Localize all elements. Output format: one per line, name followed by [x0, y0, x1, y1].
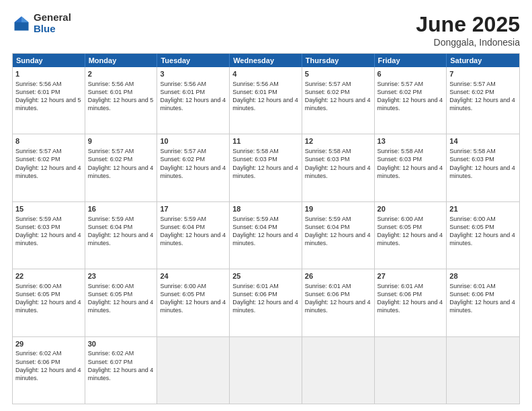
- daylight-text: Daylight: 12 hours and 4 minutes.: [305, 232, 371, 246]
- header-monday: Monday: [85, 54, 158, 67]
- table-row: [375, 337, 447, 404]
- sunset-text: Sunset: 6:03 PM: [305, 156, 350, 163]
- sunrise-text: Sunrise: 5:58 AM: [378, 148, 424, 154]
- day-number: 25: [232, 271, 299, 281]
- day-number: 19: [305, 204, 371, 214]
- table-row: 21Sunrise: 6:00 AMSunset: 6:05 PMDayligh…: [447, 202, 519, 269]
- header: General Blue June 2025 Donggala, Indones…: [12, 12, 520, 48]
- day-number: 1: [15, 69, 82, 79]
- daylight-text: Daylight: 12 hours and 4 minutes.: [88, 367, 154, 381]
- day-number: 3: [160, 69, 226, 79]
- day-number: 6: [378, 69, 444, 79]
- calendar-row-2: 8Sunrise: 5:57 AMSunset: 6:02 PMDaylight…: [13, 134, 519, 201]
- sunrise-text: Sunrise: 6:00 AM: [15, 283, 62, 289]
- daylight-text: Daylight: 12 hours and 4 minutes.: [15, 232, 81, 246]
- header-wednesday: Wednesday: [230, 54, 302, 67]
- sunset-text: Sunset: 6:01 PM: [160, 89, 205, 95]
- day-number: 11: [232, 136, 299, 146]
- table-row: [447, 337, 519, 404]
- sunrise-text: Sunrise: 5:58 AM: [305, 148, 351, 154]
- sunrise-text: Sunrise: 6:00 AM: [88, 283, 134, 289]
- svg-marker-2: [15, 16, 22, 22]
- daylight-text: Daylight: 12 hours and 4 minutes.: [160, 232, 226, 246]
- sunrise-text: Sunrise: 5:57 AM: [88, 148, 134, 154]
- table-row: 4Sunrise: 5:56 AMSunset: 6:01 PMDaylight…: [230, 67, 302, 134]
- day-number: 21: [449, 204, 517, 214]
- sunrise-text: Sunrise: 5:57 AM: [15, 148, 62, 154]
- calendar: Sunday Monday Tuesday Wednesday Thursday…: [12, 53, 520, 404]
- daylight-text: Daylight: 12 hours and 4 minutes.: [232, 97, 298, 111]
- day-number: 7: [449, 69, 517, 79]
- sunrise-text: Sunrise: 6:01 AM: [305, 283, 351, 289]
- day-number: 14: [449, 136, 517, 146]
- sunrise-text: Sunrise: 5:59 AM: [305, 216, 351, 222]
- sunset-text: Sunset: 6:05 PM: [449, 224, 494, 230]
- calendar-body: 1Sunrise: 5:56 AMSunset: 6:01 PMDaylight…: [13, 67, 519, 404]
- table-row: 23Sunrise: 6:00 AMSunset: 6:05 PMDayligh…: [85, 269, 158, 336]
- table-row: [157, 337, 230, 404]
- table-row: 5Sunrise: 5:57 AMSunset: 6:02 PMDaylight…: [302, 67, 375, 134]
- day-number: 30: [88, 339, 154, 349]
- sunrise-text: Sunrise: 6:02 AM: [88, 350, 134, 357]
- day-number: 20: [378, 204, 444, 214]
- daylight-text: Daylight: 12 hours and 4 minutes.: [305, 165, 371, 179]
- daylight-text: Daylight: 12 hours and 4 minutes.: [378, 97, 443, 111]
- header-saturday: Saturday: [447, 54, 519, 67]
- sunset-text: Sunset: 6:06 PM: [378, 291, 423, 298]
- table-row: 11Sunrise: 5:58 AMSunset: 6:03 PMDayligh…: [230, 134, 302, 201]
- day-number: 13: [378, 136, 444, 146]
- sunset-text: Sunset: 6:06 PM: [15, 359, 60, 365]
- sunset-text: Sunset: 6:03 PM: [378, 156, 423, 163]
- daylight-text: Daylight: 12 hours and 4 minutes.: [160, 97, 226, 111]
- day-number: 27: [378, 271, 444, 281]
- table-row: 25Sunrise: 6:01 AMSunset: 6:06 PMDayligh…: [230, 269, 302, 336]
- daylight-text: Daylight: 12 hours and 4 minutes.: [305, 299, 371, 314]
- calendar-row-1: 1Sunrise: 5:56 AMSunset: 6:01 PMDaylight…: [13, 67, 519, 134]
- table-row: 18Sunrise: 5:59 AMSunset: 6:04 PMDayligh…: [230, 202, 302, 269]
- sunrise-text: Sunrise: 5:59 AM: [232, 216, 279, 222]
- table-row: 7Sunrise: 5:57 AMSunset: 6:02 PMDaylight…: [447, 67, 519, 134]
- daylight-text: Daylight: 12 hours and 4 minutes.: [449, 97, 515, 111]
- sunset-text: Sunset: 6:02 PM: [15, 156, 60, 163]
- calendar-header: Sunday Monday Tuesday Wednesday Thursday…: [13, 54, 519, 67]
- sunset-text: Sunset: 6:05 PM: [160, 291, 205, 298]
- sunset-text: Sunset: 6:04 PM: [88, 224, 133, 230]
- sunrise-text: Sunrise: 5:57 AM: [305, 81, 351, 87]
- sunrise-text: Sunrise: 5:56 AM: [15, 81, 62, 87]
- day-number: 8: [15, 136, 82, 146]
- table-row: 29Sunrise: 6:02 AMSunset: 6:06 PMDayligh…: [13, 337, 85, 404]
- sunrise-text: Sunrise: 5:56 AM: [88, 81, 134, 87]
- title-month: June 2025: [416, 12, 520, 37]
- daylight-text: Daylight: 12 hours and 4 minutes.: [449, 165, 515, 179]
- sunrise-text: Sunrise: 5:57 AM: [449, 81, 496, 87]
- daylight-text: Daylight: 12 hours and 4 minutes.: [88, 165, 154, 179]
- sunrise-text: Sunrise: 5:57 AM: [160, 148, 206, 154]
- header-thursday: Thursday: [302, 54, 375, 67]
- daylight-text: Daylight: 12 hours and 4 minutes.: [378, 299, 443, 314]
- day-number: 5: [305, 69, 371, 79]
- sunset-text: Sunset: 6:06 PM: [232, 291, 277, 298]
- logo-general-text: General: [34, 12, 71, 24]
- sunrise-text: Sunrise: 5:59 AM: [160, 216, 206, 222]
- sunset-text: Sunset: 6:05 PM: [15, 291, 60, 298]
- sunset-text: Sunset: 6:04 PM: [160, 224, 205, 230]
- sunset-text: Sunset: 6:01 PM: [88, 89, 133, 95]
- daylight-text: Daylight: 12 hours and 4 minutes.: [15, 165, 81, 179]
- sunrise-text: Sunrise: 6:02 AM: [15, 350, 62, 357]
- logo-icon: [12, 14, 31, 33]
- header-friday: Friday: [375, 54, 447, 67]
- title-block: June 2025 Donggala, Indonesia: [416, 12, 520, 48]
- table-row: 14Sunrise: 5:58 AMSunset: 6:03 PMDayligh…: [447, 134, 519, 201]
- table-row: 26Sunrise: 6:01 AMSunset: 6:06 PMDayligh…: [302, 269, 375, 336]
- sunrise-text: Sunrise: 5:56 AM: [232, 81, 279, 87]
- day-number: 15: [15, 204, 82, 214]
- day-number: 23: [88, 271, 154, 281]
- table-row: 2Sunrise: 5:56 AMSunset: 6:01 PMDaylight…: [85, 67, 158, 134]
- table-row: 8Sunrise: 5:57 AMSunset: 6:02 PMDaylight…: [13, 134, 85, 201]
- daylight-text: Daylight: 12 hours and 4 minutes.: [378, 232, 443, 246]
- table-row: 27Sunrise: 6:01 AMSunset: 6:06 PMDayligh…: [375, 269, 447, 336]
- day-number: 18: [232, 204, 299, 214]
- table-row: 1Sunrise: 5:56 AMSunset: 6:01 PMDaylight…: [13, 67, 85, 134]
- title-location: Donggala, Indonesia: [416, 37, 520, 48]
- sunset-text: Sunset: 6:02 PM: [88, 156, 133, 163]
